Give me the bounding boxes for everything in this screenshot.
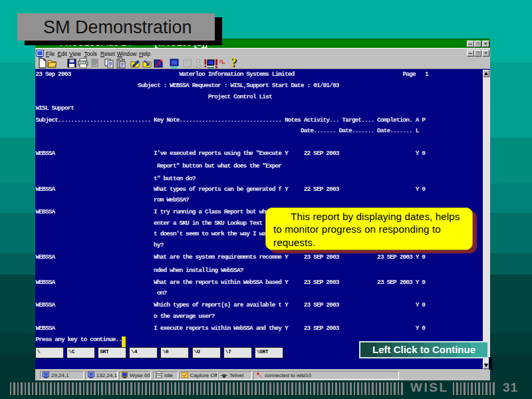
- svg-text:?: ?: [231, 58, 237, 68]
